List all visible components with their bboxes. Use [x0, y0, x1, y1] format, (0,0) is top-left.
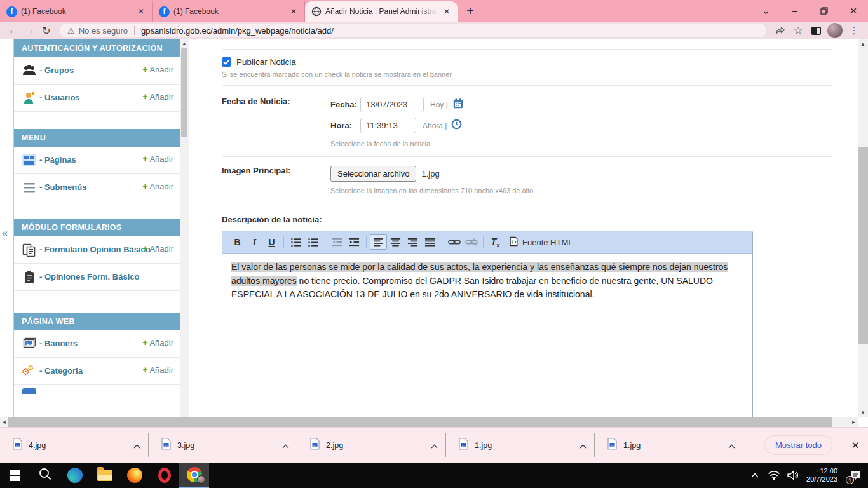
close-tab-icon[interactable]: ✕ [288, 6, 299, 17]
sidebar-item-label[interactable]: - Opiniones Form. Básico [39, 272, 139, 281]
align-center-button[interactable] [387, 234, 404, 250]
calendar-icon[interactable] [452, 98, 464, 112]
taskbar-firefox[interactable] [119, 463, 149, 488]
side-panel-icon[interactable] [807, 22, 825, 39]
sidebar-item-opiniones[interactable]: - Opiniones Form. Básico [14, 264, 180, 291]
start-button[interactable] [0, 463, 30, 488]
sidebar-scroll-thumb[interactable] [181, 48, 187, 137]
share-icon[interactable] [771, 22, 789, 39]
select-file-button[interactable]: Seleccionar archivo [330, 166, 416, 182]
menu-kebab-icon[interactable]: ⋮ [845, 22, 863, 39]
remove-format-button[interactable]: Tx [487, 234, 504, 250]
hora-input[interactable] [360, 118, 416, 133]
sidebar-item-formulario-opinion[interactable]: - Formulario Opinion Básico +Añadir [14, 236, 180, 264]
sidebar-item-label[interactable]: - Formulario Opinion Básico [39, 245, 151, 254]
close-downloads-icon[interactable]: ✕ [843, 440, 868, 451]
indent-button[interactable] [346, 234, 363, 250]
editor-content[interactable]: El valor de las personas se mide por la … [222, 254, 752, 417]
ordered-list-button[interactable] [287, 234, 304, 250]
taskbar-chrome-active[interactable] [179, 463, 209, 488]
sidebar-item-categoria[interactable]: ⚙ ⚙ - Categoria +Añadir [14, 358, 180, 385]
scroll-right-icon[interactable]: ► [850, 417, 858, 427]
download-chevron-icon[interactable] [282, 440, 289, 451]
publish-checkbox[interactable] [222, 57, 231, 67]
sidebar-item-label[interactable]: - Submenús [39, 182, 86, 192]
add-submenus-link[interactable]: +Añadir [142, 180, 173, 193]
taskbar-edge[interactable] [60, 463, 90, 488]
profile-avatar[interactable] [827, 23, 843, 38]
publish-label[interactable]: Publicar Noticia [236, 57, 296, 67]
close-tab-icon[interactable]: ✕ [135, 6, 147, 17]
bold-button[interactable]: B [229, 234, 246, 250]
sidebar-item-submenus[interactable]: - Submenús +Añadir [14, 174, 180, 201]
tab-facebook-1[interactable]: f (1) Facebook ✕ [0, 1, 153, 22]
close-tab-icon[interactable]: ✕ [441, 6, 452, 17]
download-chevron-icon[interactable] [728, 440, 735, 451]
add-paginas-link[interactable]: +Añadir [142, 152, 173, 166]
sidebar-item-label[interactable]: - Banners [39, 339, 78, 348]
hidden-icons-chevron[interactable] [745, 463, 764, 488]
bullet-list-button[interactable] [304, 234, 322, 250]
security-label[interactable]: No es seguro [79, 26, 128, 36]
fecha-input[interactable] [360, 97, 424, 112]
align-right-button[interactable] [404, 234, 421, 250]
sidebar-collapse-button[interactable]: « [2, 227, 8, 239]
add-banners-link[interactable]: +Añadir [142, 336, 173, 349]
bookmark-star-icon[interactable]: ☆ [789, 22, 807, 39]
tab-facebook-2[interactable]: f (1) Facebook ✕ [153, 1, 305, 22]
url-text[interactable]: gpsanisidro.gob.ec/admin/pkg_webpage/not… [141, 26, 334, 36]
sidebar-item-partial[interactable]: +Añadir [14, 385, 180, 394]
download-item[interactable]: 2.jpg [297, 428, 445, 463]
address-bar[interactable]: ⚠ No es seguro gpsanisidro.gob.ec/admin/… [60, 24, 766, 37]
hoy-link[interactable]: Hoy | [430, 100, 448, 109]
reload-button[interactable]: ↻ [38, 22, 55, 39]
sidebar-item-label[interactable]: - Páginas [39, 155, 76, 165]
sidebar-item-paginas[interactable]: - Páginas +Añadir [14, 147, 180, 174]
taskbar-search[interactable] [30, 463, 60, 488]
download-item[interactable]: 4.jpg [0, 428, 148, 463]
add-partial-link[interactable]: +Añadir [142, 391, 173, 394]
restore-button[interactable] [810, 0, 839, 22]
source-html-button[interactable]: Fuente HTML [504, 234, 578, 250]
add-formulario-link[interactable]: +Añadir [142, 242, 173, 255]
minimize-button[interactable]: – [780, 0, 810, 22]
new-tab-button[interactable]: + [461, 2, 479, 20]
page-vertical-scrollbar[interactable]: ▲ ▼ [858, 39, 868, 417]
clock-icon[interactable] [451, 119, 462, 132]
italic-button[interactable]: I [246, 234, 263, 250]
close-window-button[interactable]: ✕ [839, 0, 868, 22]
taskbar-explorer[interactable] [90, 463, 119, 488]
download-chevron-icon[interactable] [431, 440, 438, 451]
sidebar-item-usuarios[interactable]: - Páginas- Usuarios +Añadir [14, 85, 180, 112]
tab-anadir-noticia[interactable]: Añadir Noticia | Panel Administra ✕ [305, 1, 458, 22]
vertical-scroll-thumb[interactable] [858, 147, 868, 344]
scroll-down-icon[interactable]: ▼ [858, 408, 868, 417]
sidebar-item-label[interactable]: - Usuarios [39, 93, 80, 102]
add-usuarios-link[interactable]: +Añadir [142, 90, 173, 104]
download-item[interactable]: 1.jpg [595, 428, 743, 463]
wifi-icon[interactable] [764, 463, 783, 488]
sidebar-scrollbar[interactable]: ▲ [180, 39, 189, 417]
show-all-button[interactable]: Mostrar todo [764, 435, 832, 455]
align-justify-button[interactable] [421, 234, 438, 250]
download-item[interactable]: 1.jpg [446, 428, 594, 463]
taskbar-clock[interactable]: 12:00 20/7/2023 [806, 467, 837, 484]
align-left-button[interactable] [370, 234, 387, 250]
scroll-up-icon[interactable]: ▲ [858, 39, 868, 48]
back-button[interactable]: ← [5, 22, 22, 39]
horizontal-scroll-thumb[interactable] [8, 417, 832, 427]
tab-search-chevron-icon[interactable]: ⌄ [751, 0, 780, 22]
add-grupos-link[interactable]: +Añadir [142, 63, 173, 76]
scroll-up-icon[interactable]: ▲ [180, 39, 189, 47]
add-categoria-link[interactable]: +Añadir [142, 363, 173, 377]
download-chevron-icon[interactable] [133, 440, 140, 451]
download-item[interactable]: 3.jpg [149, 428, 297, 463]
taskbar-opera[interactable] [149, 463, 179, 488]
sidebar-item-grupos[interactable]: - Grupos +Añadir [14, 57, 180, 85]
volume-icon[interactable] [783, 463, 803, 488]
sidebar-item-label[interactable]: - Categoria [39, 366, 83, 376]
link-button[interactable] [445, 234, 463, 250]
sidebar-item-banners[interactable]: - Banners +Añadir [14, 330, 180, 358]
underline-button[interactable]: U [263, 234, 280, 250]
page-horizontal-scrollbar[interactable]: ◄ ► [0, 417, 858, 427]
